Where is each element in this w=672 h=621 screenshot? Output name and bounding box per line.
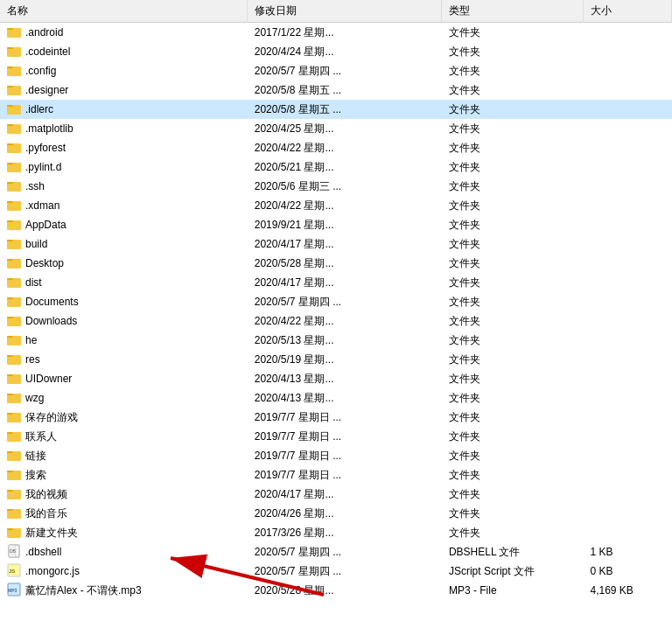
table-row[interactable]: .idlerc2020/5/8 星期五 ...文件夹 [0, 100, 672, 119]
file-date: 2017/1/22 星期... [248, 23, 442, 43]
table-row[interactable]: 保存的游戏2019/7/7 星期日 ...文件夹 [0, 408, 672, 427]
table-row[interactable]: build2020/4/17 星期...文件夹 [0, 234, 672, 254]
folder-icon [7, 45, 21, 59]
table-row[interactable]: UIDowner2020/4/13 星期...文件夹 [0, 369, 672, 388]
table-row[interactable]: 联系人2019/7/7 星期日 ...文件夹 [0, 427, 672, 446]
folder-icon [7, 391, 21, 406]
table-row[interactable]: .matplotlib2020/4/25 星期...文件夹 [0, 119, 672, 138]
table-row[interactable]: .pyforest2020/4/22 星期...文件夹 [0, 138, 672, 157]
table-row[interactable]: .designer2020/5/8 星期五 ...文件夹 [0, 80, 672, 100]
folder-icon [7, 64, 21, 79]
file-date: 2019/7/7 星期日 ... [248, 446, 442, 465]
table-row[interactable]: .xdman2020/4/22 星期...文件夹 [0, 196, 672, 215]
table-row[interactable]: .ssh2020/5/6 星期三 ...文件夹 [0, 177, 672, 196]
file-date: 2019/7/7 星期日 ... [248, 465, 442, 485]
table-row[interactable]: .codeintel2020/4/24 星期...文件夹 [0, 42, 672, 61]
file-type: 文件夹 [442, 177, 584, 196]
file-name: .xdman [25, 199, 60, 212]
file-date: 2020/5/21 星期... [248, 157, 442, 177]
file-type: 文件夹 [442, 465, 584, 485]
file-type: 文件夹 [442, 61, 584, 80]
table-row[interactable]: Documents2020/5/7 星期四 ...文件夹 [0, 292, 672, 311]
file-size [583, 408, 671, 427]
file-name: .pyforest [25, 142, 66, 154]
folder-icon [7, 487, 21, 502]
table-row[interactable]: 新建文件夹2017/3/26 星期...文件夹 [0, 523, 672, 542]
file-type: 文件夹 [442, 446, 584, 465]
folder-icon [7, 372, 21, 387]
table-row[interactable]: .pylint.d2020/5/21 星期...文件夹 [0, 157, 672, 177]
folder-icon [7, 314, 21, 329]
folder-icon [7, 102, 21, 117]
file-size [583, 388, 671, 408]
col-header-type[interactable]: 类型 [442, 0, 584, 23]
file-type: 文件夹 [442, 157, 584, 177]
file-name: 搜索 [25, 468, 46, 483]
file-icon: MP3 [7, 583, 21, 599]
file-type: JScript Script 文件 [442, 562, 584, 581]
folder-icon [7, 122, 21, 136]
file-date: 2020/4/13 星期... [248, 388, 442, 408]
table-row[interactable]: 搜索2019/7/7 星期日 ...文件夹 [0, 465, 672, 485]
file-icon: DB [7, 544, 21, 561]
file-size: 4,169 KB [583, 581, 671, 600]
file-name: 新建文件夹 [25, 526, 78, 541]
file-type: MP3 - File [442, 581, 584, 600]
col-header-size[interactable]: 大小 [583, 0, 671, 23]
table-row[interactable]: AppData2019/9/21 星期...文件夹 [0, 215, 672, 234]
file-size [583, 465, 671, 485]
file-name: Desktop [25, 257, 64, 269]
table-row[interactable]: MP3 薰忆情Alex - 不谓侠.mp32020/5/28 星期...MP3 … [0, 581, 672, 600]
table-row[interactable]: .android2017/1/22 星期...文件夹 [0, 23, 672, 43]
file-date: 2020/4/22 星期... [248, 311, 442, 331]
table-row[interactable]: DB .dbshell2020/5/7 星期四 ...DBSHELL 文件1 K… [0, 542, 672, 562]
file-type: 文件夹 [442, 485, 584, 504]
table-row[interactable]: 我的视频2020/4/17 星期...文件夹 [0, 485, 672, 504]
folder-icon [7, 160, 21, 175]
file-name: .ssh [25, 180, 45, 192]
file-icon: JS [7, 563, 21, 580]
file-size [583, 177, 671, 196]
file-size [583, 23, 671, 43]
file-date: 2020/4/17 星期... [248, 273, 442, 292]
folder-icon [7, 179, 21, 194]
file-size [583, 61, 671, 80]
file-size [583, 138, 671, 157]
file-type: 文件夹 [442, 119, 584, 138]
table-row[interactable]: 我的音乐2020/4/26 星期...文件夹 [0, 504, 672, 523]
file-date: 2020/4/26 星期... [248, 504, 442, 523]
file-size [583, 119, 671, 138]
col-header-date[interactable]: 修改日期 [248, 0, 442, 23]
file-name: .idlerc [25, 103, 53, 115]
file-size [583, 446, 671, 465]
table-row[interactable]: Desktop2020/5/28 星期...文件夹 [0, 254, 672, 273]
file-name: AppData [25, 219, 66, 231]
col-header-name[interactable]: 名称 [0, 0, 248, 23]
table-row[interactable]: JS .mongorc.js2020/5/7 星期四 ...JScript Sc… [0, 562, 672, 581]
table-row[interactable]: res2020/5/19 星期...文件夹 [0, 350, 672, 369]
table-row[interactable]: Downloads2020/4/22 星期...文件夹 [0, 311, 672, 331]
file-type: 文件夹 [442, 331, 584, 350]
file-date: 2020/5/7 星期四 ... [248, 562, 442, 581]
table-row[interactable]: 链接2019/7/7 星期日 ...文件夹 [0, 446, 672, 465]
file-type: 文件夹 [442, 292, 584, 311]
table-row[interactable]: .config2020/5/7 星期四 ...文件夹 [0, 61, 672, 80]
table-row[interactable]: he2020/5/13 星期...文件夹 [0, 331, 672, 350]
folder-icon [7, 237, 21, 252]
table-row[interactable]: wzg2020/4/13 星期...文件夹 [0, 388, 672, 408]
file-date: 2020/5/7 星期四 ... [248, 542, 442, 562]
file-size [583, 157, 671, 177]
file-type: 文件夹 [442, 311, 584, 331]
file-size: 0 KB [583, 562, 671, 581]
file-date: 2020/5/8 星期五 ... [248, 100, 442, 119]
file-date: 2020/5/19 星期... [248, 350, 442, 369]
file-date: 2020/4/24 星期... [248, 42, 442, 61]
file-type: 文件夹 [442, 42, 584, 61]
file-size [583, 196, 671, 215]
file-name: dist [25, 276, 42, 289]
file-name: 联系人 [25, 429, 57, 444]
file-date: 2019/9/21 星期... [248, 215, 442, 234]
table-row[interactable]: dist2020/4/17 星期...文件夹 [0, 273, 672, 292]
file-name: .pylint.d [25, 161, 61, 173]
file-size [583, 254, 671, 273]
